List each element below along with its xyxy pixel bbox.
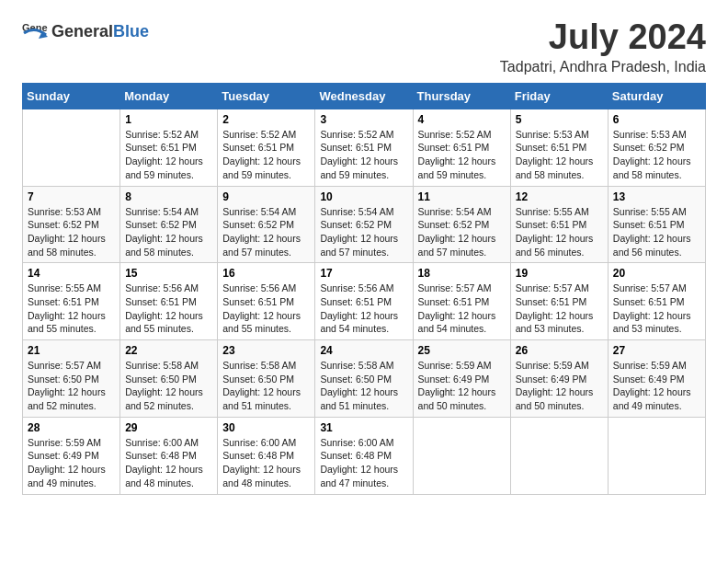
calendar-cell: 8Sunrise: 5:54 AM Sunset: 6:52 PM Daylig… <box>120 186 218 263</box>
day-number: 9 <box>222 190 310 203</box>
generalblue-icon: General <box>22 18 48 44</box>
calendar-cell: 11Sunrise: 5:54 AM Sunset: 6:52 PM Dayli… <box>413 186 510 263</box>
calendar-cell: 7Sunrise: 5:53 AM Sunset: 6:52 PM Daylig… <box>23 186 120 263</box>
calendar-week-1: 1Sunrise: 5:52 AM Sunset: 6:51 PM Daylig… <box>23 109 706 186</box>
weekday-header-row: SundayMondayTuesdayWednesdayThursdayFrid… <box>23 83 706 109</box>
calendar-cell: 6Sunrise: 5:53 AM Sunset: 6:52 PM Daylig… <box>608 109 705 186</box>
calendar-cell: 14Sunrise: 5:55 AM Sunset: 6:51 PM Dayli… <box>23 263 120 340</box>
day-number: 7 <box>28 190 115 203</box>
calendar-cell: 12Sunrise: 5:55 AM Sunset: 6:51 PM Dayli… <box>510 186 608 263</box>
calendar-week-2: 7Sunrise: 5:53 AM Sunset: 6:52 PM Daylig… <box>23 186 706 263</box>
day-number: 28 <box>28 421 115 434</box>
day-info: Sunrise: 5:55 AM Sunset: 6:51 PM Dayligh… <box>516 205 603 259</box>
calendar-cell: 24Sunrise: 5:58 AM Sunset: 6:50 PM Dayli… <box>315 340 413 418</box>
day-info: Sunrise: 5:54 AM Sunset: 6:52 PM Dayligh… <box>125 205 212 259</box>
day-info: Sunrise: 5:58 AM Sunset: 6:50 PM Dayligh… <box>125 359 212 413</box>
calendar-week-4: 21Sunrise: 5:57 AM Sunset: 6:50 PM Dayli… <box>23 340 706 418</box>
calendar-cell: 3Sunrise: 5:52 AM Sunset: 6:51 PM Daylig… <box>315 109 413 186</box>
day-number: 19 <box>516 267 603 280</box>
day-info: Sunrise: 5:56 AM Sunset: 6:51 PM Dayligh… <box>222 282 310 336</box>
calendar-cell: 25Sunrise: 5:59 AM Sunset: 6:49 PM Dayli… <box>413 340 510 418</box>
calendar-cell: 16Sunrise: 5:56 AM Sunset: 6:51 PM Dayli… <box>218 263 315 340</box>
calendar-cell: 13Sunrise: 5:55 AM Sunset: 6:51 PM Dayli… <box>608 186 705 263</box>
calendar-cell <box>608 417 705 494</box>
weekday-header-thursday: Thursday <box>413 83 510 109</box>
logo-general: General <box>51 22 113 40</box>
day-number: 22 <box>125 344 212 357</box>
day-info: Sunrise: 5:56 AM Sunset: 6:51 PM Dayligh… <box>125 282 212 336</box>
calendar-cell: 19Sunrise: 5:57 AM Sunset: 6:51 PM Dayli… <box>510 263 608 340</box>
calendar-week-5: 28Sunrise: 5:59 AM Sunset: 6:49 PM Dayli… <box>23 417 706 494</box>
weekday-header-monday: Monday <box>120 83 218 109</box>
calendar-cell: 27Sunrise: 5:59 AM Sunset: 6:49 PM Dayli… <box>608 340 705 418</box>
logo: General GeneralBlue <box>22 18 149 44</box>
weekday-header-wednesday: Wednesday <box>315 83 413 109</box>
day-number: 20 <box>613 267 700 280</box>
calendar-cell: 29Sunrise: 6:00 AM Sunset: 6:48 PM Dayli… <box>120 417 218 494</box>
day-info: Sunrise: 5:55 AM Sunset: 6:51 PM Dayligh… <box>28 282 115 336</box>
day-number: 1 <box>125 113 212 126</box>
calendar-subtitle: Tadpatri, Andhra Pradesh, India <box>500 59 706 75</box>
day-info: Sunrise: 5:57 AM Sunset: 6:51 PM Dayligh… <box>613 282 700 336</box>
day-info: Sunrise: 5:53 AM Sunset: 6:51 PM Dayligh… <box>516 128 603 182</box>
day-number: 21 <box>28 344 115 357</box>
day-info: Sunrise: 5:52 AM Sunset: 6:51 PM Dayligh… <box>125 128 212 182</box>
calendar-cell: 10Sunrise: 5:54 AM Sunset: 6:52 PM Dayli… <box>315 186 413 263</box>
day-number: 16 <box>222 267 310 280</box>
day-number: 30 <box>222 421 310 434</box>
day-number: 25 <box>418 344 506 357</box>
calendar-cell <box>413 417 510 494</box>
day-number: 27 <box>613 344 700 357</box>
calendar-table: SundayMondayTuesdayWednesdayThursdayFrid… <box>22 83 706 495</box>
calendar-cell: 26Sunrise: 5:59 AM Sunset: 6:49 PM Dayli… <box>510 340 608 418</box>
day-number: 8 <box>125 190 212 203</box>
day-info: Sunrise: 5:55 AM Sunset: 6:51 PM Dayligh… <box>613 205 700 259</box>
day-info: Sunrise: 5:53 AM Sunset: 6:52 PM Dayligh… <box>613 128 700 182</box>
day-number: 15 <box>125 267 212 280</box>
calendar-title: July 2024 <box>500 18 706 57</box>
day-info: Sunrise: 5:54 AM Sunset: 6:52 PM Dayligh… <box>418 205 506 259</box>
calendar-cell: 1Sunrise: 5:52 AM Sunset: 6:51 PM Daylig… <box>120 109 218 186</box>
calendar-cell: 23Sunrise: 5:58 AM Sunset: 6:50 PM Dayli… <box>218 340 315 418</box>
day-info: Sunrise: 5:59 AM Sunset: 6:49 PM Dayligh… <box>418 359 506 413</box>
day-number: 31 <box>320 421 407 434</box>
day-number: 11 <box>418 190 506 203</box>
calendar-cell: 18Sunrise: 5:57 AM Sunset: 6:51 PM Dayli… <box>413 263 510 340</box>
weekday-header-sunday: Sunday <box>23 83 120 109</box>
calendar-cell: 28Sunrise: 5:59 AM Sunset: 6:49 PM Dayli… <box>23 417 120 494</box>
day-number: 14 <box>28 267 115 280</box>
day-info: Sunrise: 5:57 AM Sunset: 6:51 PM Dayligh… <box>418 282 506 336</box>
day-info: Sunrise: 6:00 AM Sunset: 6:48 PM Dayligh… <box>222 436 310 490</box>
calendar-cell <box>23 109 120 186</box>
day-number: 26 <box>516 344 603 357</box>
calendar-week-3: 14Sunrise: 5:55 AM Sunset: 6:51 PM Dayli… <box>23 263 706 340</box>
day-info: Sunrise: 5:59 AM Sunset: 6:49 PM Dayligh… <box>613 359 700 413</box>
day-number: 4 <box>418 113 506 126</box>
weekday-header-friday: Friday <box>510 83 608 109</box>
calendar-cell: 21Sunrise: 5:57 AM Sunset: 6:50 PM Dayli… <box>23 340 120 418</box>
day-number: 24 <box>320 344 407 357</box>
calendar-cell: 20Sunrise: 5:57 AM Sunset: 6:51 PM Dayli… <box>608 263 705 340</box>
day-info: Sunrise: 5:54 AM Sunset: 6:52 PM Dayligh… <box>320 205 407 259</box>
calendar-cell: 17Sunrise: 5:56 AM Sunset: 6:51 PM Dayli… <box>315 263 413 340</box>
day-info: Sunrise: 5:58 AM Sunset: 6:50 PM Dayligh… <box>320 359 407 413</box>
weekday-header-tuesday: Tuesday <box>218 83 315 109</box>
day-number: 2 <box>222 113 310 126</box>
day-info: Sunrise: 5:59 AM Sunset: 6:49 PM Dayligh… <box>28 436 115 490</box>
day-info: Sunrise: 6:00 AM Sunset: 6:48 PM Dayligh… <box>125 436 212 490</box>
day-number: 17 <box>320 267 407 280</box>
day-info: Sunrise: 6:00 AM Sunset: 6:48 PM Dayligh… <box>320 436 407 490</box>
day-info: Sunrise: 5:58 AM Sunset: 6:50 PM Dayligh… <box>222 359 310 413</box>
calendar-cell <box>510 417 608 494</box>
weekday-header-saturday: Saturday <box>608 83 705 109</box>
page-header: General GeneralBlue July 2024 Tadpatri, … <box>22 18 706 75</box>
calendar-cell: 5Sunrise: 5:53 AM Sunset: 6:51 PM Daylig… <box>510 109 608 186</box>
logo-blue: Blue <box>113 22 149 40</box>
day-info: Sunrise: 5:52 AM Sunset: 6:51 PM Dayligh… <box>222 128 310 182</box>
calendar-cell: 4Sunrise: 5:52 AM Sunset: 6:51 PM Daylig… <box>413 109 510 186</box>
day-number: 23 <box>222 344 310 357</box>
day-number: 12 <box>516 190 603 203</box>
day-info: Sunrise: 5:52 AM Sunset: 6:51 PM Dayligh… <box>320 128 407 182</box>
calendar-cell: 9Sunrise: 5:54 AM Sunset: 6:52 PM Daylig… <box>218 186 315 263</box>
day-number: 10 <box>320 190 407 203</box>
